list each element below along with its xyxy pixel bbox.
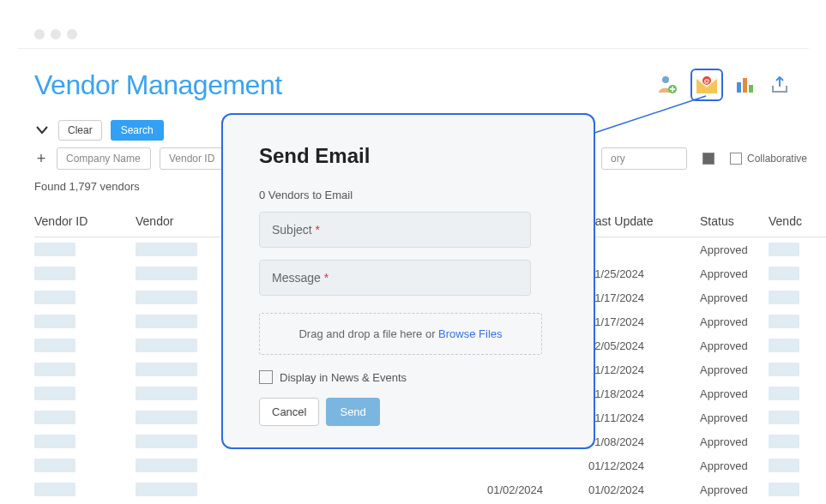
company-name-filter[interactable]: Company Name bbox=[57, 147, 151, 170]
vendor-placeholder bbox=[136, 387, 197, 400]
cell-status: Approved bbox=[700, 267, 769, 280]
vendor-id-placeholder bbox=[34, 243, 75, 256]
cell-status: Approved bbox=[700, 435, 769, 448]
browse-files-link[interactable]: Browse Files bbox=[438, 327, 502, 340]
news-events-option[interactable]: Display in News & Events bbox=[259, 370, 558, 384]
collaborative-filter[interactable]: Collaborative bbox=[730, 153, 807, 165]
vendor-placeholder bbox=[136, 459, 197, 472]
cell-status: Approved bbox=[700, 411, 769, 424]
vendor-id-placeholder bbox=[34, 411, 75, 424]
vendor-placeholder bbox=[136, 411, 197, 424]
cell-last-update: 01/02/2024 bbox=[588, 483, 700, 496]
svg-rect-6 bbox=[743, 78, 747, 93]
vendor-placeholder-2 bbox=[769, 363, 799, 376]
cell-last-update: 01/25/2024 bbox=[588, 267, 700, 280]
vendor-placeholder bbox=[136, 291, 197, 304]
cell-last-update: 01/12/2024 bbox=[588, 459, 700, 472]
vendor-placeholder bbox=[136, 363, 197, 376]
app-window: Vendor Management @ Clear Search + Compa… bbox=[0, 0, 826, 504]
cell-last-update: 01/11/2024 bbox=[588, 411, 700, 424]
export-icon[interactable] bbox=[768, 73, 792, 97]
vendor-id-placeholder bbox=[34, 387, 75, 400]
modal-subtext: 0 Vendors to Email bbox=[259, 189, 558, 201]
cell-status: Approved bbox=[700, 387, 769, 400]
cell-status: Approved bbox=[700, 315, 769, 328]
vendor-placeholder-2 bbox=[769, 339, 799, 352]
table-row[interactable]: 01/12/2024Approved bbox=[34, 453, 826, 477]
svg-line-8 bbox=[594, 96, 706, 133]
clear-button[interactable]: Clear bbox=[58, 120, 102, 141]
table-row[interactable]: 01/02/202401/02/2024Approved bbox=[34, 477, 826, 501]
filter-row-1: Clear Search bbox=[34, 120, 164, 141]
vendor-id-placeholder bbox=[34, 267, 75, 280]
vendor-id-placeholder bbox=[34, 435, 75, 448]
cell-status: Approved bbox=[700, 483, 769, 496]
vendor-placeholder bbox=[136, 339, 197, 352]
svg-text:@: @ bbox=[704, 78, 710, 84]
collaborative-label: Collaborative bbox=[747, 153, 807, 165]
subject-input[interactable]: Subject * bbox=[259, 212, 531, 248]
svg-rect-7 bbox=[749, 85, 753, 93]
vendor-id-placeholder bbox=[34, 315, 75, 328]
cell-status: Approved bbox=[700, 363, 769, 376]
col-vendor-id[interactable]: Vendor ID bbox=[34, 214, 136, 228]
cell-last-update: 01/12/2024 bbox=[588, 363, 700, 376]
window-traffic-lights bbox=[34, 29, 77, 39]
cell-date-added: 01/02/2024 bbox=[487, 483, 588, 496]
add-user-icon[interactable] bbox=[656, 73, 680, 97]
cell-last-update: 01/08/2024 bbox=[588, 435, 700, 448]
cell-last-update: 01/17/2024 bbox=[588, 315, 700, 328]
message-input[interactable]: Message * bbox=[259, 260, 531, 296]
svg-point-0 bbox=[662, 76, 669, 83]
reports-icon[interactable] bbox=[733, 73, 757, 97]
required-icon: * bbox=[316, 223, 320, 237]
collapse-icon[interactable] bbox=[34, 123, 50, 138]
vendor-id-placeholder bbox=[34, 459, 75, 472]
category-checkbox[interactable] bbox=[702, 153, 714, 165]
header-actions: @ bbox=[656, 69, 792, 101]
search-button[interactable]: Search bbox=[111, 120, 164, 141]
vendor-placeholder bbox=[136, 267, 197, 280]
vendor-placeholder-2 bbox=[769, 267, 799, 280]
category-filter[interactable]: ory bbox=[601, 147, 687, 170]
cell-last-update: 02/05/2024 bbox=[588, 339, 700, 352]
cell-status: Approved bbox=[700, 291, 769, 304]
cell-status: Approved bbox=[700, 459, 769, 472]
news-events-checkbox[interactable] bbox=[259, 370, 273, 384]
cancel-button[interactable]: Cancel bbox=[259, 398, 319, 426]
page-header: Vendor Management @ bbox=[34, 69, 792, 101]
vendor-placeholder-2 bbox=[769, 435, 799, 448]
add-filter-icon[interactable]: + bbox=[34, 150, 48, 168]
col-status[interactable]: Status bbox=[700, 214, 769, 228]
collaborative-checkbox[interactable] bbox=[730, 153, 742, 165]
vendor-placeholder-2 bbox=[769, 243, 799, 256]
vendor-placeholder-2 bbox=[769, 291, 799, 304]
header-divider bbox=[17, 48, 809, 49]
col-last-update[interactable]: Last Update bbox=[588, 214, 700, 228]
col-vendor-2[interactable]: Vendc bbox=[769, 214, 820, 228]
cell-status: Approved bbox=[700, 243, 769, 256]
cell-last-update: 01/17/2024 bbox=[588, 291, 700, 304]
svg-rect-5 bbox=[737, 82, 741, 93]
vendor-id-placeholder bbox=[34, 339, 75, 352]
cell-last-update: 01/18/2024 bbox=[588, 387, 700, 400]
vendor-placeholder bbox=[136, 483, 197, 496]
news-events-label: Display in News & Events bbox=[280, 371, 407, 384]
required-icon: * bbox=[324, 271, 329, 285]
vendor-id-placeholder bbox=[34, 363, 75, 376]
vendor-placeholder bbox=[136, 243, 197, 256]
vendor-placeholder bbox=[136, 315, 197, 328]
results-count: Found 1,797 vendors bbox=[34, 180, 140, 193]
vendor-placeholder-2 bbox=[769, 411, 799, 424]
modal-title: Send Email bbox=[259, 144, 558, 168]
file-drop-zone[interactable]: Drag and drop a file here or Browse File… bbox=[259, 313, 542, 355]
vendor-id-placeholder bbox=[34, 483, 75, 496]
modal-actions: Cancel Send bbox=[259, 398, 558, 426]
page-title: Vendor Management bbox=[34, 69, 282, 101]
send-email-icon[interactable]: @ bbox=[690, 69, 723, 101]
vendor-placeholder-2 bbox=[769, 459, 799, 472]
vendor-placeholder bbox=[136, 435, 197, 448]
send-button[interactable]: Send bbox=[326, 398, 379, 426]
send-email-modal: Send Email 0 Vendors to Email Subject * … bbox=[221, 113, 595, 449]
vendor-id-placeholder bbox=[34, 291, 75, 304]
